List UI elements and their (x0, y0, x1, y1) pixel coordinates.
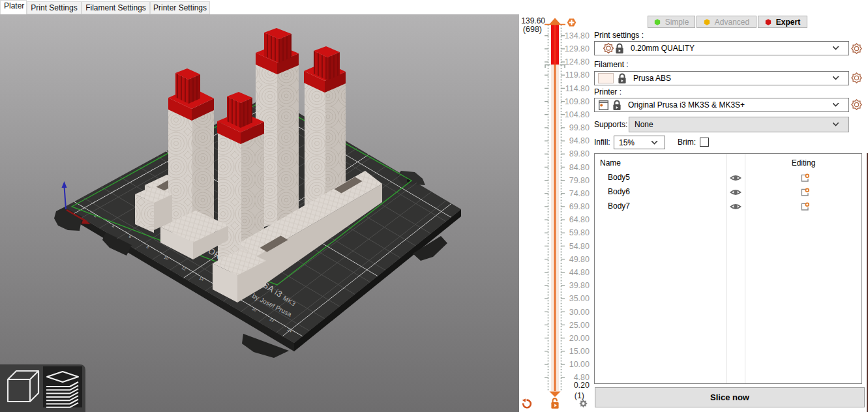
svg-text:104.80: 104.80 (565, 110, 590, 119)
svg-text:94.80: 94.80 (569, 136, 590, 145)
svg-text:49.80: 49.80 (569, 255, 590, 264)
svg-text:59.80: 59.80 (569, 228, 590, 237)
svg-text:(1): (1) (575, 391, 584, 400)
svg-text:119.80: 119.80 (565, 70, 590, 80)
svg-text:129.80: 129.80 (565, 44, 590, 53)
svg-text:84.80: 84.80 (569, 163, 590, 172)
svg-text:39.80: 39.80 (569, 281, 590, 290)
svg-text:10.00: 10.00 (569, 360, 590, 369)
svg-text:30.00: 30.00 (569, 308, 590, 317)
svg-text:79.80: 79.80 (569, 176, 590, 185)
svg-text:0.20: 0.20 (574, 381, 590, 390)
svg-text:124.80: 124.80 (565, 57, 590, 66)
svg-text:15.00: 15.00 (569, 347, 590, 356)
svg-text:54.80: 54.80 (569, 242, 590, 251)
svg-text:89.80: 89.80 (569, 149, 590, 158)
svg-text:69.80: 69.80 (569, 202, 590, 211)
svg-text:109.80: 109.80 (565, 97, 590, 106)
svg-text:64.80: 64.80 (569, 215, 590, 224)
svg-text:44.80: 44.80 (569, 268, 590, 277)
svg-text:74.80: 74.80 (569, 189, 590, 198)
svg-text:20.00: 20.00 (569, 334, 590, 343)
svg-text:134.80: 134.80 (565, 31, 590, 40)
svg-text:25.00: 25.00 (569, 321, 590, 330)
svg-text:35.00: 35.00 (569, 294, 590, 303)
svg-text:99.80: 99.80 (569, 123, 590, 132)
svg-text:114.80: 114.80 (565, 84, 590, 93)
svg-text:(698): (698) (523, 25, 542, 34)
